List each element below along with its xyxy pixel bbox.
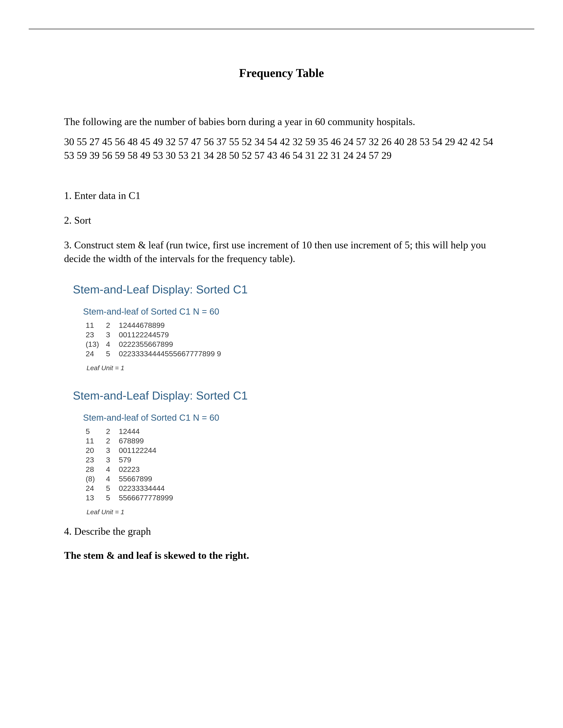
- panel-1-subtitle: Stem-and-leaf of Sorted C1 N = 60: [83, 307, 499, 317]
- step-4: 4. Describe the graph: [64, 525, 499, 537]
- leaves-cell: 12444678899: [119, 321, 221, 330]
- leaves-cell: 579: [119, 455, 173, 465]
- leaves-cell: 0222355667899: [119, 340, 221, 349]
- stem-leaf-table-1: 11 2 12444678899 23 3 001122244579 (13) …: [86, 321, 221, 358]
- depth-cell: 23: [86, 455, 106, 465]
- depth-cell: (13): [86, 340, 106, 349]
- intro-paragraph: The following are the number of babies b…: [64, 115, 499, 128]
- page-title: Frequency Table: [64, 66, 499, 80]
- panel-2-title: Stem-and-Leaf Display: Sorted C1: [73, 389, 499, 402]
- stem-cell: 3: [106, 330, 119, 340]
- stem-leaf-panel-1: Stem-and-Leaf Display: Sorted C1 Stem-an…: [73, 283, 499, 372]
- stem-cell: 3: [106, 455, 119, 465]
- depth-cell: 20: [86, 446, 106, 455]
- table-row: 24 5 02233334444: [86, 484, 173, 493]
- table-row: 13 5 5566677778999: [86, 493, 173, 503]
- depth-cell: (8): [86, 474, 106, 484]
- table-row: 11 2 678899: [86, 436, 173, 446]
- stem-cell: 2: [106, 427, 119, 436]
- leaves-cell: 001122244579: [119, 330, 221, 340]
- panel-2-subtitle: Stem-and-leaf of Sorted C1 N = 60: [83, 413, 499, 423]
- step-1: 1. Enter data in C1: [64, 189, 499, 203]
- step-3: 3. Construct stem & leaf (run twice, fir…: [64, 238, 499, 266]
- leaves-cell: 55667899: [119, 474, 173, 484]
- leaves-cell: 678899: [119, 436, 173, 446]
- leaf-unit-2: Leaf Unit = 1: [86, 508, 499, 516]
- stem-cell: 5: [106, 349, 119, 358]
- table-row: 5 2 12444: [86, 427, 173, 436]
- depth-cell: 5: [86, 427, 106, 436]
- stem-cell: 4: [106, 474, 119, 484]
- leaves-cell: 02223: [119, 465, 173, 474]
- table-row: 28 4 02223: [86, 465, 173, 474]
- table-row: (8) 4 55667899: [86, 474, 173, 484]
- content-area: Frequency Table The following are the nu…: [64, 66, 499, 561]
- depth-cell: 23: [86, 330, 106, 340]
- page: Frequency Table The following are the nu…: [0, 0, 563, 728]
- top-rule: [29, 29, 534, 29]
- depth-cell: 11: [86, 321, 106, 330]
- depth-cell: 11: [86, 436, 106, 446]
- stem-cell: 5: [106, 484, 119, 493]
- data-values: 30 55 27 45 56 48 45 49 32 57 47 56 37 5…: [64, 135, 499, 162]
- table-row: 23 3 001122244579: [86, 330, 221, 340]
- depth-cell: 24: [86, 484, 106, 493]
- stem-cell: 4: [106, 465, 119, 474]
- stem-cell: 3: [106, 446, 119, 455]
- steps-list: 1. Enter data in C1 2. Sort 3. Construct…: [64, 189, 499, 266]
- table-row: 20 3 001122244: [86, 446, 173, 455]
- step-2: 2. Sort: [64, 214, 499, 227]
- depth-cell: 13: [86, 493, 106, 503]
- stem-leaf-panel-2: Stem-and-Leaf Display: Sorted C1 Stem-an…: [73, 389, 499, 516]
- panel-1-title: Stem-and-Leaf Display: Sorted C1: [73, 283, 499, 296]
- table-row: (13) 4 0222355667899: [86, 340, 221, 349]
- stem-cell: 2: [106, 321, 119, 330]
- leaves-cell: 02233334444: [119, 484, 173, 493]
- conclusion: The stem & and leaf is skewed to the rig…: [64, 550, 499, 561]
- leaves-cell: 02233334444555667777899 9: [119, 349, 221, 358]
- stem-cell: 5: [106, 493, 119, 503]
- table-row: 24 5 02233334444555667777899 9: [86, 349, 221, 358]
- stem-leaf-panels: Stem-and-Leaf Display: Sorted C1 Stem-an…: [73, 283, 499, 516]
- leaves-cell: 5566677778999: [119, 493, 173, 503]
- stem-cell: 4: [106, 340, 119, 349]
- depth-cell: 28: [86, 465, 106, 474]
- stem-cell: 2: [106, 436, 119, 446]
- table-row: 23 3 579: [86, 455, 173, 465]
- leaf-unit-1: Leaf Unit = 1: [86, 364, 499, 372]
- stem-leaf-table-2: 5 2 12444 11 2 678899 20 3 001122244: [86, 427, 173, 503]
- leaves-cell: 12444: [119, 427, 173, 436]
- table-row: 11 2 12444678899: [86, 321, 221, 330]
- depth-cell: 24: [86, 349, 106, 358]
- leaves-cell: 001122244: [119, 446, 173, 455]
